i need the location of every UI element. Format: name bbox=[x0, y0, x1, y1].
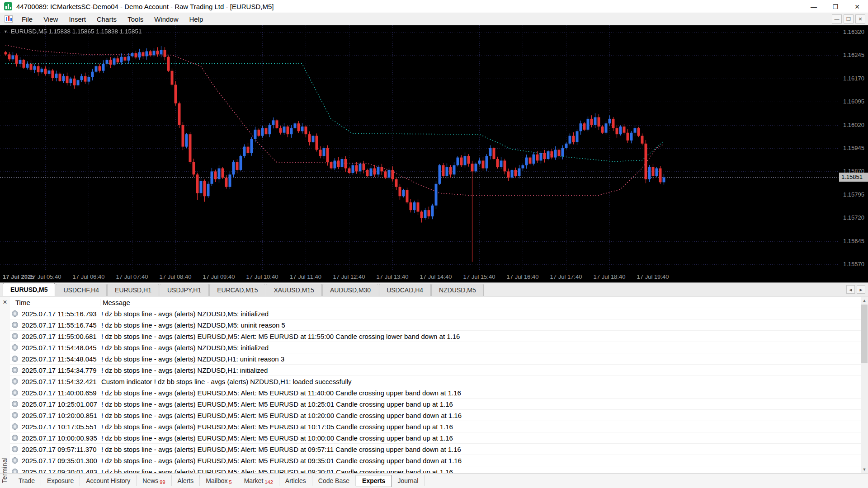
time-axis-label: 17 Jul 09:40 bbox=[203, 273, 235, 280]
chart-tab-label: USDCHF,H4 bbox=[63, 286, 99, 294]
time-axis-label: 17 Jul 15:40 bbox=[463, 273, 495, 280]
mdi-minimize-button[interactable]: — bbox=[832, 14, 842, 23]
log-time: 2025.07.17 09:35:01.300 bbox=[22, 457, 101, 465]
log-time: 2025.07.17 11:54:48.045 bbox=[22, 344, 101, 352]
restore-button[interactable]: ❐ bbox=[825, 0, 846, 13]
log-time: 2025.07.17 11:55:00.681 bbox=[22, 333, 101, 340]
log-row[interactable]: 2025.07.17 10:00:00.935 ! dz bb stops li… bbox=[10, 432, 861, 444]
scroll-up-icon[interactable]: ▲ bbox=[861, 297, 868, 304]
chart-tab[interactable]: AUDUSD,M30 bbox=[322, 284, 378, 296]
terminal-tab[interactable]: Trade bbox=[13, 475, 41, 486]
chart-tab[interactable]: USDJPY,H1 bbox=[160, 284, 209, 296]
log-row[interactable]: 2025.07.17 09:30:01.483 ! dz bb stops li… bbox=[10, 466, 861, 473]
log-row[interactable]: 2025.07.17 11:55:16.793 ! dz bb stops li… bbox=[10, 308, 861, 319]
current-price-tag: 1.15851 bbox=[839, 173, 868, 182]
log-row[interactable]: 2025.07.17 11:54:32.421 Custom indicator… bbox=[10, 376, 861, 387]
log-row[interactable]: 2025.07.17 10:20:00.851 ! dz bb stops li… bbox=[10, 410, 861, 421]
menu-item[interactable]: Charts bbox=[91, 13, 122, 25]
log-row[interactable]: 2025.07.17 09:35:01.300 ! dz bb stops li… bbox=[10, 455, 861, 466]
mdi-restore-button[interactable]: ❐ bbox=[844, 14, 854, 23]
scrollbar-thumb[interactable] bbox=[861, 305, 868, 363]
price-axis[interactable]: 1.163201.162451.161701.160951.160201.159… bbox=[840, 28, 867, 268]
window-controls: — ❐ ✕ bbox=[803, 0, 868, 13]
column-header-message[interactable]: Message bbox=[103, 299, 130, 306]
terminal-tab-label: Mailbox bbox=[206, 477, 227, 484]
terminal-tab-bar: Trade Exposure Account History News 99 A… bbox=[0, 473, 868, 488]
log-row[interactable]: 2025.07.17 09:57:11.370 ! dz bb stops li… bbox=[10, 444, 861, 455]
chart-tab[interactable]: EURUSD,M5 bbox=[3, 283, 55, 296]
log-row[interactable]: 2025.07.17 11:54:48.045 ! dz bb stops li… bbox=[10, 353, 861, 365]
chart-tab[interactable]: EURUSD,H1 bbox=[107, 284, 159, 296]
chart-tab-label: USDCAD,H4 bbox=[387, 286, 423, 294]
menu-item[interactable]: View bbox=[38, 13, 63, 25]
titlebar: 44700089: ICMarketsSC-Demo04 - Demo Acco… bbox=[0, 0, 868, 13]
terminal-tab[interactable]: Journal bbox=[392, 475, 425, 486]
price-axis-label: 1.16245 bbox=[840, 51, 867, 59]
terminal-tab[interactable]: Market 142 bbox=[238, 475, 279, 486]
terminal-tab-label: Account History bbox=[86, 477, 130, 484]
log-row[interactable]: 2025.07.17 11:55:00.681 ! dz bb stops li… bbox=[10, 331, 861, 342]
log-message: ! dz bb stops line - avgs (alerts) NZDUS… bbox=[101, 344, 861, 352]
time-axis[interactable]: 17 Jul 202517 Jul 05:4017 Jul 06:4017 Ju… bbox=[0, 272, 839, 282]
time-axis-label: 17 Jul 13:40 bbox=[377, 273, 409, 280]
price-axis-label: 1.15945 bbox=[840, 144, 867, 152]
log-time: 2025.07.17 11:54:34.779 bbox=[22, 366, 101, 374]
terminal-tab[interactable]: Account History bbox=[80, 475, 137, 486]
ohlc-text: EURUSD,M5 1.15838 1.15865 1.15838 1.1585… bbox=[11, 28, 142, 35]
terminal-tab[interactable]: Alerts bbox=[172, 475, 200, 486]
terminal-scrollbar[interactable]: ▲ ▼ bbox=[861, 297, 868, 473]
chart-tab-label: EURCAD,M15 bbox=[217, 286, 258, 294]
log-row[interactable]: 2025.07.17 11:55:16.745 ! dz bb stops li… bbox=[10, 319, 861, 331]
expert-log-icon bbox=[12, 310, 18, 317]
menu-item[interactable]: File bbox=[16, 13, 38, 25]
chart-tab[interactable]: XAUUSD,M15 bbox=[266, 284, 321, 296]
expert-log-icon bbox=[12, 322, 18, 328]
menu-item[interactable]: Help bbox=[184, 13, 209, 25]
terminal-tab-label: Journal bbox=[397, 477, 418, 484]
terminal-tab-label: Alerts bbox=[178, 477, 194, 484]
terminal-close-button[interactable]: × bbox=[0, 298, 10, 306]
terminal-tab[interactable]: News 99 bbox=[137, 475, 171, 486]
time-axis-label: 17 Jul 14:40 bbox=[420, 273, 452, 280]
log-row[interactable]: 2025.07.17 10:17:05.551 ! dz bb stops li… bbox=[10, 421, 861, 432]
terminal-tab[interactable]: Articles bbox=[279, 475, 312, 486]
chart-tab[interactable]: NZDUSD,M5 bbox=[431, 284, 484, 296]
log-row[interactable]: 2025.07.17 11:40:00.659 ! dz bb stops li… bbox=[10, 387, 861, 399]
column-header-time[interactable]: Time bbox=[15, 299, 30, 306]
chart-ohlc-info: ▼ EURUSD,M5 1.15838 1.15865 1.15838 1.15… bbox=[4, 28, 142, 35]
time-axis-label: 17 Jul 18:40 bbox=[594, 273, 626, 280]
terminal-tab[interactable]: Mailbox 5 bbox=[200, 475, 238, 486]
menu-item[interactable]: Window bbox=[149, 13, 184, 25]
log-time: 2025.07.17 10:25:01.007 bbox=[22, 400, 101, 408]
scroll-down-icon[interactable]: ▼ bbox=[861, 466, 868, 473]
column-separator[interactable] bbox=[100, 299, 100, 306]
tab-scroll-right-button[interactable]: ▸ bbox=[857, 285, 865, 294]
terminal-panel: × Time Message 2025.07.17 11:55:16.793 !… bbox=[0, 297, 868, 473]
tab-scroll-left-button[interactable]: ◂ bbox=[846, 285, 855, 294]
terminal-gutter: × bbox=[0, 297, 10, 473]
terminal-tab[interactable]: Code Base bbox=[312, 475, 356, 486]
log-message: ! dz bb stops line - avgs (alerts) EURUS… bbox=[101, 423, 861, 431]
terminal-tab[interactable]: Exposure bbox=[41, 475, 80, 486]
log-time: 2025.07.17 11:54:48.045 bbox=[22, 355, 101, 363]
time-axis-label: 17 Jul 11:40 bbox=[290, 273, 321, 280]
chart-tab[interactable]: USDCAD,H4 bbox=[379, 284, 431, 296]
price-chart-canvas[interactable] bbox=[0, 25, 839, 271]
log-row[interactable]: 2025.07.17 10:25:01.007 ! dz bb stops li… bbox=[10, 399, 861, 410]
price-axis-label: 1.15720 bbox=[840, 214, 867, 222]
mdi-close-button[interactable]: ✕ bbox=[855, 14, 865, 23]
expert-log-icon bbox=[12, 401, 18, 407]
collapse-triangle-icon[interactable]: ▼ bbox=[4, 29, 8, 34]
terminal-tab[interactable]: Experts bbox=[356, 475, 392, 487]
menu-item[interactable]: Insert bbox=[63, 13, 91, 25]
chart-tab[interactable]: EURCAD,M15 bbox=[209, 284, 265, 296]
close-button[interactable]: ✕ bbox=[846, 0, 868, 13]
chart-tab-label: AUDUSD,M30 bbox=[330, 286, 371, 294]
menu-item[interactable]: Tools bbox=[122, 13, 149, 25]
minimize-button[interactable]: — bbox=[803, 0, 825, 13]
chart-tab-label: EURUSD,H1 bbox=[115, 286, 151, 294]
expert-log-icon bbox=[12, 333, 18, 339]
log-row[interactable]: 2025.07.17 11:54:34.779 ! dz bb stops li… bbox=[10, 365, 861, 376]
log-row[interactable]: 2025.07.17 11:54:48.045 ! dz bb stops li… bbox=[10, 342, 861, 353]
chart-tab[interactable]: USDCHF,H4 bbox=[56, 284, 107, 296]
